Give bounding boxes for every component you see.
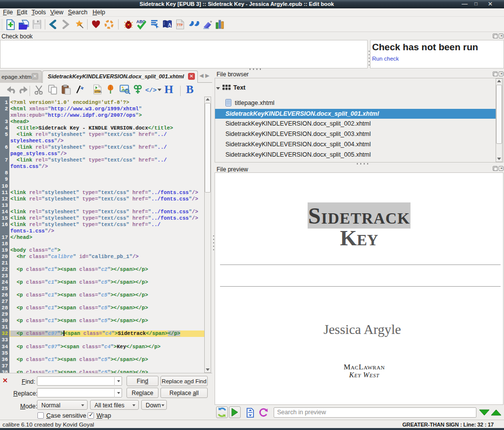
svg-text:A: A (168, 22, 172, 28)
svg-text:</>: </> (145, 87, 157, 94)
svg-text:HTML: HTML (94, 90, 102, 93)
svg-text:TTF: TTF (177, 23, 184, 27)
